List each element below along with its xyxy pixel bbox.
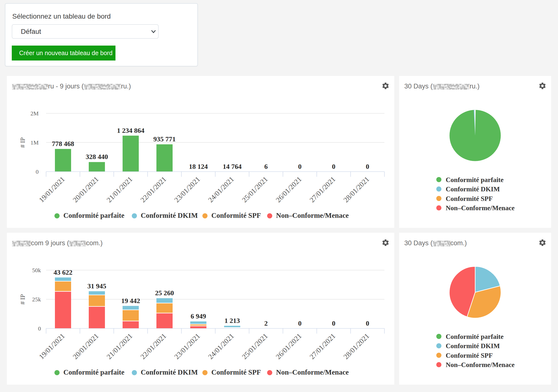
svg-text:Non–Conforme/Menace: Non–Conforme/Menace bbox=[446, 361, 515, 368]
svg-text:2M: 2M bbox=[30, 110, 38, 117]
svg-text:2: 2 bbox=[264, 319, 268, 327]
svg-text:Conformité parfaite: Conformité parfaite bbox=[63, 211, 125, 219]
svg-text:27/01/2021: 27/01/2021 bbox=[308, 332, 337, 361]
svg-text:23/01/2021: 23/01/2021 bbox=[173, 175, 202, 204]
svg-text:Non–Conforme/Menace: Non–Conforme/Menace bbox=[276, 211, 349, 219]
svg-text:19 442: 19 442 bbox=[121, 297, 140, 305]
svg-text:Conformité DKIM: Conformité DKIM bbox=[141, 211, 198, 219]
svg-text:Conformité parfaite: Conformité parfaite bbox=[63, 368, 125, 376]
svg-text:28/01/2021: 28/01/2021 bbox=[342, 175, 371, 204]
svg-text:27/01/2021: 27/01/2021 bbox=[308, 175, 337, 204]
svg-text:778 468: 778 468 bbox=[52, 140, 74, 147]
svg-text:28/01/2021: 28/01/2021 bbox=[342, 332, 371, 361]
svg-text:24/01/2021: 24/01/2021 bbox=[207, 175, 236, 204]
svg-text:0: 0 bbox=[366, 163, 369, 170]
svg-text:Non–Conforme/Menace: Non–Conforme/Menace bbox=[276, 368, 349, 376]
svg-text:21/01/2021: 21/01/2021 bbox=[105, 175, 134, 204]
svg-text:26/01/2021: 26/01/2021 bbox=[274, 332, 303, 361]
svg-text:Non–Conforme/Menace: Non–Conforme/Menace bbox=[446, 204, 515, 212]
svg-text:Conformité parfaite: Conformité parfaite bbox=[446, 176, 504, 184]
svg-text:31 945: 31 945 bbox=[88, 282, 106, 290]
svg-text:22/01/2021: 22/01/2021 bbox=[139, 175, 168, 204]
svg-text:43 622: 43 622 bbox=[54, 269, 73, 276]
svg-text:50k: 50k bbox=[32, 267, 41, 273]
svg-text:20/01/2021: 20/01/2021 bbox=[71, 332, 100, 361]
svg-text:24/01/2021: 24/01/2021 bbox=[207, 332, 236, 361]
svg-text:22/01/2021: 22/01/2021 bbox=[139, 332, 168, 361]
svg-text:Conformité SPF: Conformité SPF bbox=[446, 195, 493, 202]
svg-text:1M: 1M bbox=[30, 139, 38, 146]
svg-text:25/01/2021: 25/01/2021 bbox=[241, 332, 269, 361]
svg-text:20/01/2021: 20/01/2021 bbox=[71, 175, 100, 204]
svg-text:26/01/2021: 26/01/2021 bbox=[274, 175, 303, 204]
svg-text:# IP: # IP bbox=[19, 294, 26, 305]
svg-text:6: 6 bbox=[264, 163, 268, 170]
svg-text:0: 0 bbox=[38, 325, 41, 332]
svg-text:1 213: 1 213 bbox=[225, 317, 240, 324]
svg-text:18 124: 18 124 bbox=[189, 163, 208, 170]
svg-text:Conformité SPF: Conformité SPF bbox=[211, 211, 261, 219]
svg-text:25/01/2021: 25/01/2021 bbox=[241, 175, 269, 204]
svg-text:328 440: 328 440 bbox=[86, 153, 108, 160]
svg-text:Conformité parfaite: Conformité parfaite bbox=[446, 333, 504, 340]
svg-text:Conformité DKIM: Conformité DKIM bbox=[446, 342, 500, 350]
svg-text:Conformité SPF: Conformité SPF bbox=[211, 368, 261, 376]
svg-text:19/01/2021: 19/01/2021 bbox=[38, 332, 66, 361]
svg-text:21/01/2021: 21/01/2021 bbox=[105, 332, 134, 361]
svg-text:0: 0 bbox=[332, 319, 335, 327]
svg-text:19/01/2021: 19/01/2021 bbox=[38, 175, 66, 204]
svg-text:Conformité DKIM: Conformité DKIM bbox=[446, 185, 500, 193]
svg-text:14 764: 14 764 bbox=[223, 163, 242, 170]
svg-text:25 260: 25 260 bbox=[155, 289, 174, 297]
svg-text:0: 0 bbox=[298, 163, 302, 170]
svg-text:0: 0 bbox=[366, 319, 369, 327]
svg-text:23/01/2021: 23/01/2021 bbox=[173, 332, 202, 361]
svg-text:0: 0 bbox=[36, 169, 39, 175]
svg-text:6 949: 6 949 bbox=[191, 312, 206, 320]
svg-text:935 771: 935 771 bbox=[153, 135, 176, 143]
svg-text:Conformité DKIM: Conformité DKIM bbox=[141, 368, 198, 376]
svg-text:0: 0 bbox=[298, 319, 302, 327]
svg-text:# IP: # IP bbox=[19, 137, 26, 148]
svg-text:Conformité SPF: Conformité SPF bbox=[446, 352, 493, 359]
svg-text:0: 0 bbox=[332, 163, 335, 170]
svg-text:25k: 25k bbox=[32, 296, 41, 303]
svg-text:1 234 864: 1 234 864 bbox=[117, 127, 144, 134]
